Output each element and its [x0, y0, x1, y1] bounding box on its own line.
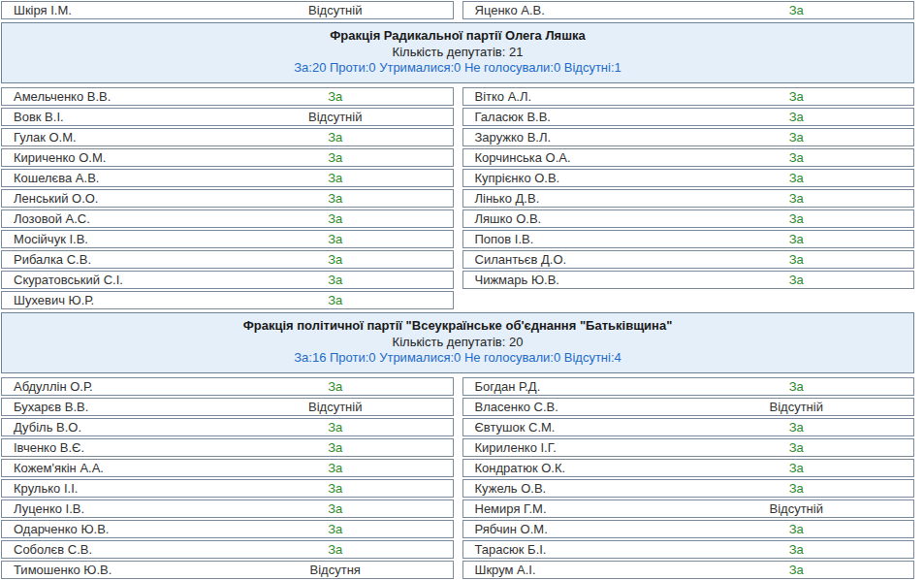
deputy-vote: Відсутній	[218, 400, 453, 414]
deputy-vote: За	[679, 150, 913, 165]
deputy-row: Мосійчук І.В.За	[1, 230, 454, 248]
deputy-name: Абдуллін О.Р.	[2, 379, 218, 394]
deputy-row: Івченко В.Є.За	[1, 438, 454, 457]
deputy-name: Галасюк В.В.	[463, 110, 680, 124]
leading-rows: Шкіря І.М.ВідсутнійЯценко А.В.За	[1, 1, 914, 19]
deputy-name: Силантьєв Д.О.	[463, 252, 680, 267]
deputy-vote: Відсутній	[218, 3, 453, 17]
deputy-vote: За	[218, 379, 453, 394]
faction-members-grid: Абдуллін О.Р.ЗаБогдан Р.Д.ЗаБухарєв В.В.…	[1, 377, 914, 579]
deputy-name: Шухевич Ю.Р.	[2, 293, 218, 307]
deputy-row: Кириленко І.Г.За	[462, 438, 915, 457]
deputy-row: Скуратовський С.І.За	[1, 271, 454, 289]
deputy-vote: За	[679, 191, 913, 206]
deputy-name: Попов І.В.	[463, 232, 680, 246]
deputy-vote: За	[218, 211, 453, 226]
deputy-row: Шухевич Ю.Р.За	[1, 291, 454, 309]
deputy-vote: За	[679, 232, 913, 246]
deputy-name: Кириленко І.Г.	[463, 440, 680, 455]
deputy-name: Яценко А.В.	[463, 3, 680, 17]
deputy-row: Купрієнко О.В.За	[462, 169, 915, 187]
deputy-row: Заружко В.Л.За	[462, 128, 915, 146]
deputy-name: Заружко В.Л.	[463, 130, 680, 145]
deputy-vote: За	[218, 542, 453, 557]
deputy-row: Тимошенко Ю.В.Відсутня	[1, 561, 454, 579]
deputy-row: Лінько Д.В.За	[462, 189, 915, 208]
deputy-vote: Відсутній	[679, 400, 913, 414]
deputy-vote: За	[218, 420, 453, 435]
faction-section-batkivshchyna: Фракція політичної партії "Всеукраїнське…	[1, 312, 914, 579]
deputy-name: Кожем'якін А.А.	[2, 461, 218, 475]
deputy-name: Шкрум А.І.	[463, 563, 680, 577]
deputy-row: Крулько І.І.За	[1, 479, 454, 498]
deputy-name: Власенко С.В.	[463, 400, 680, 414]
deputy-row: Соболєв С.В.За	[1, 540, 454, 559]
deputy-vote: За	[218, 150, 453, 165]
deputy-row: Силантьєв Д.О.За	[462, 250, 915, 269]
deputy-name: Тарасюк Б.І.	[463, 542, 680, 557]
deputy-row: Амельченко В.В.За	[1, 87, 454, 106]
faction-section-radical: Фракція Радикальної партії Олега Ляшка К…	[1, 22, 914, 309]
deputy-vote: Відсутня	[218, 563, 453, 577]
deputy-vote: За	[218, 273, 453, 287]
deputy-vote: Відсутній	[218, 110, 453, 124]
deputy-row: Рябчин О.М.За	[462, 520, 915, 538]
deputy-row: Дубіль В.О.За	[1, 418, 454, 436]
deputy-vote: За	[218, 89, 453, 104]
deputy-vote: За	[218, 191, 453, 206]
deputy-row: Корчинська О.А.За	[462, 148, 915, 167]
deputy-name: Гулак О.М.	[2, 130, 218, 145]
deputy-vote: За	[218, 252, 453, 267]
deputy-name: Богдан Р.Д.	[463, 379, 680, 394]
deputy-name: Тимошенко Ю.В.	[2, 563, 218, 577]
deputy-vote: За	[679, 522, 913, 536]
faction-vote-stats: За:16 Проти:0 Утрималися:0 Не голосували…	[6, 350, 909, 367]
deputy-row: Яценко А.В.За	[462, 1, 915, 19]
deputy-vote: За	[679, 110, 913, 124]
deputy-name: Бухарєв В.В.	[2, 400, 218, 414]
deputy-row: Чижмарь Ю.В.За	[462, 271, 915, 289]
deputy-name: Євтушок С.М.	[463, 420, 680, 435]
deputy-vote: За	[679, 171, 913, 185]
deputy-row: Вітко А.Л.За	[462, 87, 915, 106]
deputy-vote: За	[679, 89, 913, 104]
deputy-vote: За	[218, 293, 453, 307]
deputy-row: Шкрум А.І.За	[462, 561, 915, 579]
deputy-row: Попов І.В.За	[462, 230, 915, 248]
faction-vote-stats: За:20 Проти:0 Утрималися:0 Не голосували…	[6, 60, 909, 77]
deputy-vote: За	[679, 252, 913, 267]
deputy-name: Вітко А.Л.	[463, 89, 680, 104]
deputy-vote: За	[679, 211, 913, 226]
deputy-row: Власенко С.В.Відсутній	[462, 398, 915, 416]
deputy-row: Рибалка С.В.За	[1, 250, 454, 269]
empty-cell	[462, 291, 915, 309]
deputy-vote: За	[679, 461, 913, 475]
deputy-row: Тарасюк Б.І.За	[462, 540, 915, 559]
deputy-name: Купрієнко О.В.	[463, 171, 680, 185]
deputy-row: Кошелєва А.В.За	[1, 169, 454, 187]
faction-title: Фракція політичної партії "Всеукраїнське…	[6, 318, 909, 335]
deputy-vote: За	[679, 379, 913, 394]
deputy-name: Рибалка С.В.	[2, 252, 218, 267]
deputy-name: Амельченко В.В.	[2, 89, 218, 104]
deputy-row: Кужель О.В.За	[462, 479, 915, 498]
deputy-name: Івченко В.Є.	[2, 440, 218, 455]
deputy-row: Гулак О.М.За	[1, 128, 454, 146]
deputy-vote: За	[218, 171, 453, 185]
faction-deputy-count: Кількість депутатів: 20	[6, 335, 909, 351]
deputy-name: Корчинська О.А.	[463, 150, 680, 165]
deputy-vote: За	[679, 542, 913, 557]
deputy-vote: За	[218, 501, 453, 516]
deputy-vote: За	[218, 522, 453, 536]
deputy-row: Немиря Г.М.Відсутній	[462, 499, 915, 518]
deputy-name: Чижмарь Ю.В.	[463, 273, 680, 287]
deputy-vote: За	[679, 273, 913, 287]
deputy-row: Ляшко О.В.За	[462, 209, 915, 228]
deputy-row: Лозовой А.С.За	[1, 209, 454, 228]
deputy-name: Ленський О.О.	[2, 191, 218, 206]
faction-title: Фракція Радикальної партії Олега Ляшка	[6, 28, 909, 45]
deputy-row: Кириченко О.М.За	[1, 148, 454, 167]
deputy-name: Кошелєва А.В.	[2, 171, 218, 185]
deputy-row: Кожем'якін А.А.За	[1, 459, 454, 477]
deputy-name: Лозовой А.С.	[2, 211, 218, 226]
